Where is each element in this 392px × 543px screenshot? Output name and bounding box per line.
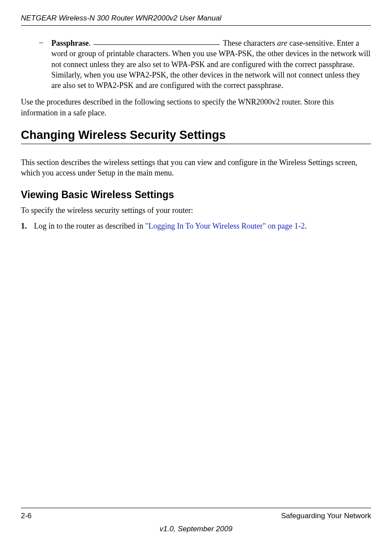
bullet-body: Passphrase. These characters are case-se…	[51, 38, 371, 91]
footer-version: v1.0, September 2009	[21, 525, 371, 533]
footer-divider	[21, 508, 371, 508]
header-divider	[21, 25, 371, 26]
section-divider	[21, 144, 371, 144]
passphrase-text-1: These characters	[221, 39, 277, 47]
cross-reference-link[interactable]: "Logging In To Your Wireless Router" on …	[145, 222, 305, 230]
footer-page-number: 2-6	[21, 512, 32, 520]
passphrase-bullet: – Passphrase. These characters are case-…	[39, 38, 371, 91]
body-paragraph-1: Use the procedures described in the foll…	[21, 97, 371, 118]
running-header: NETGEAR Wireless-N 300 Router WNR2000v2 …	[21, 14, 371, 23]
step-text: Log in to the router as described in	[34, 222, 145, 230]
subsection-heading-viewing: Viewing Basic Wireless Settings	[21, 189, 371, 201]
page-footer: 2-6 Safeguarding Your Network v1.0, Sept…	[0, 508, 392, 533]
subsection-intro: To specify the wireless security setting…	[21, 205, 371, 216]
step-1: 1. Log in to the router as described in …	[21, 221, 371, 231]
passphrase-blank-line	[94, 44, 220, 45]
bullet-dash: –	[39, 38, 51, 91]
passphrase-label: Passphrase	[51, 39, 89, 47]
section-heading-changing: Changing Wireless Security Settings	[21, 128, 371, 142]
section-intro: This section describes the wireless sett…	[21, 157, 371, 179]
step-end: .	[305, 222, 307, 230]
step-body: Log in to the router as described in "Lo…	[34, 221, 371, 231]
footer-section-title: Safeguarding Your Network	[281, 512, 371, 520]
passphrase-are-em: are	[277, 39, 287, 47]
step-number: 1.	[21, 221, 34, 231]
passphrase-text-2: case-sensitive. Enter a word or group of…	[51, 39, 371, 90]
